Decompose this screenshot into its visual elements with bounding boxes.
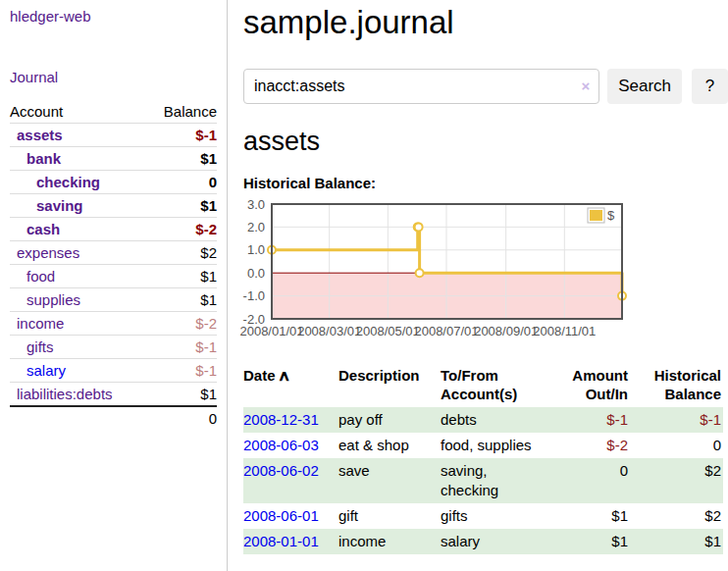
account-link-income[interactable]: income [17, 315, 64, 332]
register-table: Date∧ Description To/From Account(s) Amo… [243, 364, 723, 554]
transaction-balance: $1 [634, 529, 723, 554]
account-row: salary$-1 [10, 359, 217, 383]
account-balance: $-2 [195, 315, 217, 333]
brand-link[interactable]: hledger-web [10, 8, 91, 25]
app-brand: hledger-web [10, 8, 217, 25]
transaction-date-cell: 2008-06-02 [243, 458, 338, 503]
transaction-date-link[interactable]: 2008-12-31 [243, 411, 319, 428]
search-input[interactable] [243, 69, 599, 104]
transaction-amount: $-1 [546, 407, 634, 433]
transaction-row: 2008-12-31pay offdebts$-1$-1 [243, 407, 723, 433]
register-header-row: Date∧ Description To/From Account(s) Amo… [243, 364, 723, 407]
account-link-expenses[interactable]: expenses [17, 244, 79, 261]
account-balance: $1 [200, 197, 217, 215]
transaction-accounts: food, supplies [441, 433, 546, 458]
account-name: expenses [10, 244, 79, 262]
register-rows: 2008-12-31pay offdebts$-1$-12008-06-03ea… [243, 407, 723, 554]
accounts-total-value: 0 [209, 410, 217, 428]
historical-balance-chart: $3.02.01.00.0-1.0-2.02008/01/012008/03/0… [239, 196, 728, 347]
search-help-button[interactable]: ? [692, 69, 728, 104]
account-name: supplies [10, 291, 80, 309]
account-link-checking[interactable]: checking [36, 174, 100, 190]
amount-header-line2: Out/In [586, 386, 628, 402]
accounts-total-row: 0 [10, 405, 217, 431]
transaction-amount: $1 [546, 529, 634, 554]
chart-title: Historical Balance: [243, 175, 728, 191]
account-row: supplies$1 [10, 288, 217, 312]
column-header-accounts: To/From Account(s) [441, 364, 546, 407]
account-link-liabilities-debts[interactable]: liabilities:debts [17, 386, 113, 402]
transaction-date-link[interactable]: 2008-01-01 [243, 533, 319, 549]
clear-search-icon[interactable]: × [581, 78, 590, 95]
transaction-amount: 0 [546, 458, 634, 503]
svg-text:2008/05/01: 2008/05/01 [356, 324, 420, 338]
column-header-date[interactable]: Date∧ [243, 364, 338, 407]
account-link-salary[interactable]: salary [26, 362, 66, 379]
account-row: expenses$2 [10, 241, 217, 265]
account-balance: $2 [200, 244, 217, 262]
account-row: gifts$-1 [10, 336, 217, 359]
transaction-balance: $2 [634, 458, 723, 503]
account-row: income$-2 [10, 312, 217, 336]
transaction-row: 2008-06-01giftgifts$1$2 [243, 503, 723, 529]
page-title: sample.journal [243, 4, 728, 41]
account-balance: $-1 [195, 338, 217, 356]
accounts-header-balance: Balance [164, 103, 217, 121]
account-link-gifts[interactable]: gifts [26, 338, 54, 355]
account-balance: $-1 [195, 362, 217, 380]
svg-text:2008/11/01: 2008/11/01 [533, 324, 596, 338]
transaction-amount: $-2 [546, 433, 634, 458]
column-header-description: Description [338, 364, 441, 407]
transaction-accounts: debts [441, 407, 546, 433]
transaction-accounts: gifts [441, 503, 546, 529]
transaction-date-link[interactable]: 2008-06-03 [243, 437, 319, 453]
transaction-balance: $-1 [634, 407, 723, 433]
account-row: assets$-1 [10, 124, 217, 147]
account-link-cash[interactable]: cash [26, 221, 60, 237]
account-balance: $1 [200, 150, 217, 168]
account-link-supplies[interactable]: supplies [26, 291, 80, 308]
column-header-balance: Historical Balance [634, 364, 723, 407]
balance-header-line2: Balance [664, 386, 721, 402]
transaction-description: save [338, 458, 441, 503]
account-name: saving [10, 197, 83, 215]
transaction-row: 2008-06-02savesaving,checking0$2 [243, 458, 723, 503]
account-balance: $1 [200, 268, 217, 286]
accounts-header-line1: To/From [441, 367, 498, 384]
description-header-label: Description [338, 367, 420, 384]
account-link-saving[interactable]: saving [36, 197, 83, 214]
accounts-header-account: Account [10, 103, 63, 121]
account-balance: $-1 [195, 127, 217, 144]
account-link-food[interactable]: food [26, 268, 55, 285]
date-header-label: Date [243, 367, 276, 384]
account-row: cash$-2 [10, 218, 217, 241]
account-balance: $1 [200, 386, 217, 403]
transaction-date-cell: 2008-01-01 [243, 529, 338, 554]
svg-text:1.0: 1.0 [247, 242, 265, 257]
account-name: cash [10, 221, 60, 238]
transaction-amount: $1 [546, 503, 634, 529]
transaction-accounts: saving,checking [441, 458, 546, 503]
transaction-date-link[interactable]: 2008-06-01 [243, 507, 319, 524]
account-heading: assets [243, 127, 728, 156]
account-balance: 0 [209, 174, 217, 191]
search-button[interactable]: Search [607, 69, 682, 104]
sidebar: hledger-web Journal Account Balance asse… [0, 0, 228, 571]
nav-journal-link[interactable]: Journal [10, 69, 58, 85]
account-link-bank[interactable]: bank [26, 150, 61, 167]
account-row: liabilities:debts$1 [10, 383, 217, 405]
accounts-table: Account Balance assets$-1bank$1checking0… [10, 100, 217, 431]
svg-text:2008/03/01: 2008/03/01 [297, 324, 361, 338]
account-name: gifts [10, 338, 54, 356]
account-name: food [10, 268, 55, 286]
svg-text:-1.0: -1.0 [243, 288, 265, 303]
transaction-date-cell: 2008-06-01 [243, 503, 338, 529]
account-link-assets[interactable]: assets [17, 127, 63, 143]
transaction-date-link[interactable]: 2008-06-02 [243, 462, 319, 479]
account-name: income [10, 315, 64, 333]
svg-text:0.0: 0.0 [247, 266, 265, 281]
svg-text:3.0: 3.0 [247, 197, 265, 212]
account-name: checking [10, 174, 100, 191]
account-balance: $-2 [195, 221, 217, 238]
transaction-description: eat & shop [338, 433, 441, 458]
